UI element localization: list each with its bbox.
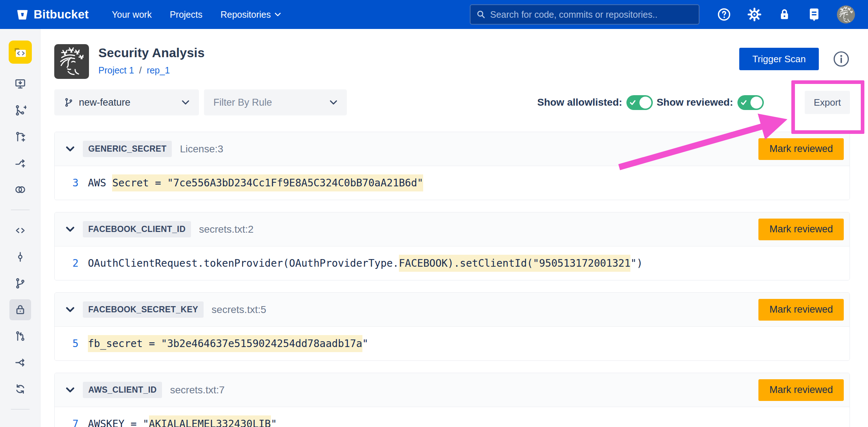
secret-highlight: FACEBOOK).setClientId("950513172001321 bbox=[399, 255, 631, 272]
chevron-down-icon bbox=[182, 100, 190, 105]
security-icon[interactable] bbox=[14, 304, 26, 316]
finding-header[interactable]: AWS_CLIENT_ID secrets.txt:7 Mark reviewe… bbox=[55, 373, 850, 407]
brand-name: Bitbucket bbox=[34, 8, 89, 21]
collapse-chevron-icon[interactable] bbox=[65, 387, 76, 393]
line-number: 3 bbox=[55, 177, 78, 189]
finding-header[interactable]: GENERIC_SECRET License:3 Mark reviewed bbox=[55, 132, 850, 166]
toggle-knob bbox=[639, 97, 651, 109]
page-title: Security Analysis bbox=[98, 46, 205, 60]
create-branch-icon[interactable] bbox=[14, 104, 26, 117]
rule-badge: AWS_CLIENT_ID bbox=[83, 382, 162, 398]
clone-icon[interactable] bbox=[14, 78, 26, 90]
finding-location: secrets.txt:2 bbox=[199, 224, 254, 235]
finding-code-row: 7 AWSKEY = "AKIALALEMEL332430LIB" bbox=[55, 407, 850, 427]
secret-highlight: fb_secret = "3b2e464637e5159024254dd78aa… bbox=[88, 335, 362, 352]
trigger-scan-button[interactable]: Trigger Scan bbox=[739, 48, 819, 70]
check-icon bbox=[629, 99, 637, 107]
branches-icon[interactable] bbox=[14, 277, 26, 289]
compare-icon[interactable] bbox=[14, 183, 26, 196]
code-segment: OAuthClientRequest.tokenProvider(OAuthPr… bbox=[88, 257, 399, 269]
chevron-down-icon bbox=[329, 100, 337, 105]
main-content: Security Analysis Project 1 / rep_1 Trig… bbox=[41, 29, 868, 427]
nav-icon-group bbox=[717, 5, 855, 24]
collapse-chevron-icon[interactable] bbox=[65, 146, 76, 152]
feedback-icon[interactable] bbox=[807, 7, 821, 22]
nav-menu: Your work Projects Repositories bbox=[112, 9, 281, 20]
commits-icon[interactable] bbox=[14, 251, 26, 263]
toggle-cluster: Show allowlisted: Show reviewed: Export bbox=[537, 91, 850, 114]
collapse-chevron-icon[interactable] bbox=[65, 227, 76, 232]
bitbucket-logo[interactable]: Bitbucket bbox=[16, 8, 89, 21]
global-search[interactable] bbox=[470, 4, 699, 25]
search-input[interactable] bbox=[490, 9, 693, 20]
code-segment: AWS bbox=[88, 177, 112, 189]
branch-selector[interactable]: new-feature bbox=[54, 89, 199, 115]
page-header: Security Analysis Project 1 / rep_1 Trig… bbox=[54, 44, 850, 79]
finding-code-row: 2 OAuthClientRequest.tokenProvider(OAuth… bbox=[55, 246, 850, 280]
mark-reviewed-button[interactable]: Mark reviewed bbox=[758, 219, 844, 240]
secret-highlight: Secret = "7ce556A3bD234Cc1Ff9E8A5C324C0b… bbox=[112, 174, 423, 191]
breadcrumb-separator: / bbox=[139, 65, 142, 76]
nav-item-projects[interactable]: Projects bbox=[170, 9, 202, 20]
finding-code-row: 5 fb_secret = "3b2e464637e5159024254dd78… bbox=[55, 327, 850, 360]
deployments-icon[interactable] bbox=[14, 356, 26, 369]
rule-filter[interactable]: Filter By Rule bbox=[204, 89, 347, 115]
info-icon[interactable] bbox=[833, 50, 850, 68]
branch-selector-value: new-feature bbox=[79, 97, 131, 108]
nav-item-your-work[interactable]: Your work bbox=[112, 9, 152, 20]
source-icon[interactable] bbox=[14, 224, 26, 237]
breadcrumb-project-link[interactable]: Project 1 bbox=[98, 65, 134, 76]
show-reviewed-toggle[interactable] bbox=[737, 95, 764, 110]
repo-sidebar bbox=[0, 29, 41, 427]
lock-icon[interactable] bbox=[778, 7, 791, 22]
avatar-art bbox=[837, 5, 855, 24]
repo-folder-icon bbox=[12, 44, 28, 60]
title-block: Security Analysis Project 1 / rep_1 bbox=[98, 44, 205, 76]
pull-requests-icon[interactable] bbox=[14, 330, 26, 342]
finding-code-row: 3 AWS Secret = "7ce556A3bD234Cc1Ff9E8A5C… bbox=[55, 166, 850, 200]
show-allowlisted-label: Show allowlisted: bbox=[537, 97, 622, 108]
sidebar-divider bbox=[11, 210, 30, 210]
help-icon[interactable] bbox=[717, 7, 731, 22]
check-icon bbox=[740, 99, 748, 107]
finding-location: secrets.txt:5 bbox=[212, 304, 266, 316]
bitbucket-bucket-icon bbox=[16, 8, 29, 21]
finding-header[interactable]: FACEBOOK_CLIENT_ID secrets.txt:2 Mark re… bbox=[55, 212, 850, 246]
fork-icon[interactable] bbox=[14, 157, 26, 169]
mark-reviewed-button[interactable]: Mark reviewed bbox=[758, 299, 844, 321]
header-actions: Trigger Scan bbox=[739, 44, 850, 70]
line-number: 7 bbox=[55, 418, 78, 427]
mark-reviewed-button[interactable]: Mark reviewed bbox=[758, 379, 844, 401]
repository-avatar[interactable] bbox=[9, 41, 32, 64]
finding-card: AWS_CLIENT_ID secrets.txt:7 Mark reviewe… bbox=[54, 373, 850, 427]
avatar-art bbox=[56, 46, 88, 77]
finding-location: License:3 bbox=[180, 143, 223, 155]
show-allowlisted-toggle[interactable] bbox=[626, 95, 653, 110]
sidebar-divider bbox=[11, 409, 30, 410]
user-avatar[interactable] bbox=[837, 5, 855, 24]
finding-header[interactable]: FACEBOOK_SECRET_KEY secrets.txt:5 Mark r… bbox=[55, 293, 850, 327]
show-reviewed-label: Show reviewed: bbox=[656, 97, 733, 108]
breadcrumb-repo-link[interactable]: rep_1 bbox=[147, 65, 170, 76]
nav-item-repositories[interactable]: Repositories bbox=[221, 9, 281, 20]
rule-filter-placeholder: Filter By Rule bbox=[213, 97, 272, 108]
settings-icon[interactable] bbox=[747, 7, 762, 22]
code-line: OAuthClientRequest.tokenProvider(OAuthPr… bbox=[88, 257, 643, 269]
branch-icon bbox=[64, 97, 74, 107]
findings-list: GENERIC_SECRET License:3 Mark reviewed 3… bbox=[54, 132, 850, 427]
code-segment: " bbox=[271, 418, 277, 427]
pipelines-icon[interactable] bbox=[14, 383, 26, 395]
export-button[interactable]: Export bbox=[805, 91, 850, 114]
finding-card: FACEBOOK_CLIENT_ID secrets.txt:2 Mark re… bbox=[54, 212, 850, 280]
code-line: AWSKEY = "AKIALALEMEL332430LIB" bbox=[88, 418, 277, 427]
code-segment: AWSKEY = " bbox=[88, 418, 149, 427]
secret-highlight: AKIALALEMEL332430LIB bbox=[149, 415, 271, 427]
create-pull-request-icon[interactable] bbox=[14, 131, 26, 143]
mark-reviewed-button[interactable]: Mark reviewed bbox=[758, 138, 844, 160]
collapse-chevron-icon[interactable] bbox=[65, 307, 76, 312]
chevron-down-icon bbox=[275, 12, 281, 17]
line-number: 2 bbox=[55, 257, 78, 269]
code-line: fb_secret = "3b2e464637e5159024254dd78aa… bbox=[88, 338, 368, 350]
finding-card: FACEBOOK_SECRET_KEY secrets.txt:5 Mark r… bbox=[54, 292, 850, 361]
rule-badge: FACEBOOK_CLIENT_ID bbox=[83, 221, 191, 237]
